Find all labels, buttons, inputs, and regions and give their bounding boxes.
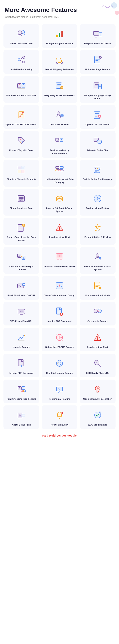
feature-label: Product Rating & Review <box>85 236 111 239</box>
svg-rect-25 <box>17 84 21 88</box>
product-tag-icon <box>15 134 27 147</box>
feature-unlimited-variant: Unlimited Varient Color, Size <box>3 76 39 103</box>
social-media-icon <box>15 54 27 66</box>
svg-text:あ: あ <box>22 256 25 259</box>
feature-label: Documentation Include <box>85 294 110 297</box>
svg-point-28 <box>23 84 24 86</box>
feature-about-detail: About Detail Page <box>3 406 39 429</box>
simple-variable-icon <box>15 164 27 176</box>
svg-point-154 <box>97 388 99 390</box>
svg-point-99 <box>100 230 100 231</box>
feature-label: Unlimited Varient Color, Size <box>6 94 36 97</box>
feature-seller-customer-chat: Seller Customer Chat <box>3 24 39 48</box>
svg-point-27 <box>19 84 20 86</box>
svg-point-50 <box>20 139 21 140</box>
feature-label: Built-in Order Tracking page <box>83 178 113 181</box>
svg-rect-58 <box>18 166 21 169</box>
svg-line-145 <box>98 364 101 366</box>
svg-text:∞: ∞ <box>100 56 101 58</box>
feature-seo-ready: SEO SEO Ready Plain URL <box>3 302 39 326</box>
svg-point-151 <box>23 390 24 392</box>
feature-label: Simple or Variable Products <box>7 178 36 181</box>
feature-label: Notification Alert <box>51 423 68 426</box>
about-detail-icon <box>15 409 27 421</box>
feature-label: Invoice PDF Download <box>9 372 33 374</box>
feature-label: Email Notification ON/OFF <box>7 294 35 297</box>
svg-point-43 <box>57 112 60 115</box>
svg-rect-61 <box>22 170 25 173</box>
responsive-device-icon <box>92 28 104 40</box>
clean-code-icon <box>53 280 66 292</box>
svg-rect-26 <box>22 84 25 88</box>
svg-point-10 <box>22 56 25 58</box>
svg-point-155 <box>96 392 99 393</box>
documentation-icon <box>92 280 104 292</box>
feature-low-inventory: Low Inventory Alert <box>42 218 77 244</box>
svg-rect-3 <box>59 33 60 37</box>
svg-rect-71 <box>94 167 100 173</box>
feature-label: Product Tag with Color <box>9 149 33 152</box>
dynamic-filter-icon <box>92 108 104 121</box>
feature-low-inventory-2: Low Inventory Alert <box>80 328 116 351</box>
feature-invoice-pdf-2: Invoice PDF Download <box>3 354 39 377</box>
feature-single-checkout: Single Checkout Page <box>3 189 39 216</box>
feature-label: Beautiful Theme Ready to Use <box>43 265 76 268</box>
feature-label: Google Analytics Feature <box>46 42 73 45</box>
translation-tool-icon: A あ <box>15 250 27 263</box>
role-permission-icon <box>92 250 104 263</box>
svg-point-111 <box>96 254 99 257</box>
feature-amazon-s3: Amazon S3, Digital Ocean Spaces <box>42 189 77 216</box>
feature-label: Admin to Seller Chat <box>87 149 109 152</box>
feature-notification-alert: ! Notification Alert <box>42 406 77 429</box>
product-video-icon <box>92 192 104 205</box>
svg-text:!: ! <box>61 412 62 414</box>
multiple-shipping-icon <box>92 80 104 92</box>
feature-global-shipping: Global Shipping Estimation <box>42 50 77 74</box>
feature-label: Invoice PDF Download <box>48 320 71 323</box>
svg-point-18 <box>61 62 63 64</box>
feature-unlimited-category: Unlimited Category & Sub-Category <box>42 160 77 186</box>
svg-point-1 <box>22 30 25 33</box>
svg-text:S: S <box>96 362 97 364</box>
feature-label: Powerful Role Permission System <box>82 265 114 271</box>
global-shipping-icon <box>53 54 66 66</box>
seo-ready-2-icon: S <box>92 357 104 370</box>
svg-rect-66 <box>61 170 63 171</box>
feature-invoice-pdf: Invoice PDF Download <box>42 302 77 326</box>
feature-label: Product Variant by Picture/colour <box>43 149 76 155</box>
feature-responsive-device: Responsive for all Device <box>80 24 116 48</box>
feature-label: Global Shipping Estimation <box>45 68 74 71</box>
up-sells-icon <box>15 331 27 344</box>
svg-point-94 <box>59 229 60 230</box>
single-checkout-icon <box>15 192 27 205</box>
unlimited-category-icon <box>53 164 66 176</box>
create-order-icon <box>15 221 27 234</box>
feature-product-video: Product Video Feature <box>80 189 116 216</box>
feature-label: Low Inventory Alert <box>49 236 70 239</box>
header-subtitle: Which feature makes us different from ot… <box>5 16 114 18</box>
svg-rect-64 <box>56 170 58 171</box>
svg-point-17 <box>56 62 58 64</box>
svg-text:TAX: TAX <box>20 114 23 116</box>
feature-label: Seller Customer Chat <box>10 42 33 45</box>
feature-seo-ready-2: S SEO Ready Plain URL <box>80 354 116 377</box>
svg-rect-59 <box>22 166 25 169</box>
svg-rect-153 <box>56 387 63 391</box>
feature-label: Clean Code and Clean Design <box>44 294 75 297</box>
svg-rect-107 <box>57 260 59 260</box>
svg-point-152 <box>24 390 26 392</box>
svg-rect-60 <box>18 170 21 173</box>
svg-point-130 <box>98 309 102 313</box>
header-section: More Awesome Features Which feature make… <box>0 0 119 23</box>
feature-admin-seller-chat: Admin to Seller Chat <box>80 131 116 158</box>
svg-rect-160 <box>22 414 25 417</box>
svg-rect-62 <box>56 166 59 168</box>
svg-point-139 <box>97 339 98 340</box>
feature-simple-variable: Simple or Variable Products <box>3 160 39 186</box>
feature-testimonial: Testimonial Feature <box>42 380 77 403</box>
svg-point-73 <box>97 168 98 170</box>
feature-up-sells: Up sells Feature <box>3 328 39 351</box>
feature-product-tag: Product Tag with Color <box>3 131 39 158</box>
feature-label: Create Order from the Back Office <box>5 236 37 242</box>
feature-label: Multiple Shipping Charge Option <box>82 94 114 100</box>
